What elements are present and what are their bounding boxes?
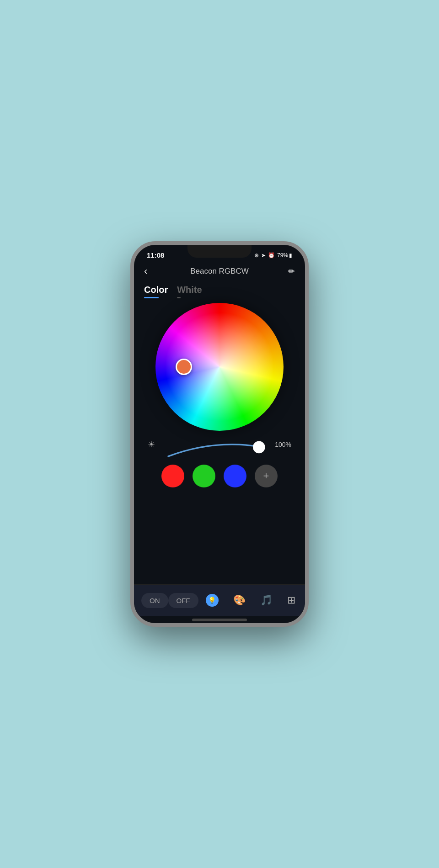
color-wheel[interactable] [155,303,284,431]
alarm-icon: ⏰ [268,252,275,259]
palette-button[interactable]: 🎨 [226,591,253,610]
battery-shape: ▮ [289,252,292,259]
brightness-arc-svg[interactable] [161,435,268,458]
tab-color[interactable]: Color [144,285,168,298]
color-wheel-dark-overlay [155,303,284,431]
swatch-green[interactable] [193,465,215,487]
swatch-red[interactable] [161,465,184,487]
bulb-icon: 💡 [206,594,219,607]
status-icons: ⊕ ➤ ⏰ 79% ▮ [254,252,292,259]
color-wheel-container[interactable] [134,298,305,435]
music-icon: 🎵 [260,594,273,606]
home-indicator [192,619,247,621]
brightness-slider[interactable] [161,431,268,458]
brightness-thumb [253,441,265,454]
battery-icon: 79% ▮ [277,252,292,259]
grid-button[interactable]: ⊞ [280,591,303,610]
bottom-toolbar: ON OFF 💡 🎨 🎵 ⊞ [134,584,305,616]
edit-button[interactable]: ✏ [278,266,295,276]
status-time: 11:08 [147,251,164,259]
grid-icon: ⊞ [287,594,295,606]
navigation-icon: ➤ [261,252,266,259]
swatch-blue[interactable] [224,465,246,487]
add-icon: + [263,470,269,482]
brightness-percent: 100% [273,441,291,448]
off-label: OFF [177,597,190,604]
music-button[interactable]: 🎵 [253,591,280,610]
battery-percent: 79% [277,252,288,259]
brightness-icon: ☀ [148,439,155,450]
swatch-add-button[interactable]: + [255,465,278,487]
tab-color-label: Color [144,285,168,295]
back-button[interactable]: ‹ [144,265,161,277]
page-title: Beacon RGBCW [190,267,249,276]
phone-frame: 11:08 ⊕ ➤ ⏰ 79% ▮ ‹ Beacon RGBCW ✏ Color [130,241,309,627]
palette-icon: 🎨 [233,594,246,606]
color-picker-thumb[interactable] [176,359,192,375]
nav-header: ‹ Beacon RGBCW ✏ [134,262,305,283]
location-icon: ⊕ [254,252,259,259]
tab-bar: Color White [134,283,305,298]
tab-white[interactable]: White [177,285,202,298]
swatches-container: + [134,458,305,494]
off-button[interactable]: OFF [168,593,198,608]
on-button[interactable]: ON [141,593,168,608]
tab-white-label: White [177,285,202,295]
bulb-button[interactable]: 💡 [198,590,226,610]
notch [187,245,252,258]
on-label: ON [150,597,160,604]
phone-screen: 11:08 ⊕ ➤ ⏰ 79% ▮ ‹ Beacon RGBCW ✏ Color [134,245,305,623]
